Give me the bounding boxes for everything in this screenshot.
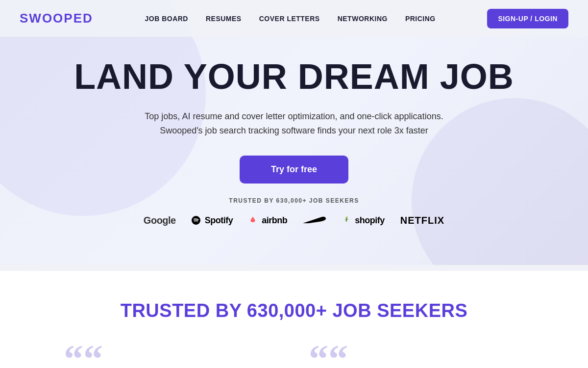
hero-subtitle: Top jobs, AI resume and cover letter opt… [145, 109, 443, 138]
signup-login-button[interactable]: SIGN-UP / LOGIN [487, 9, 568, 28]
quote-mark-2: ““ [309, 345, 524, 368]
hero-title: LAND YOUR DREAM JOB [74, 58, 514, 96]
navbar: SWOOPED JOB BOARD RESUMES COVER LETTERS … [0, 0, 588, 37]
nav-resumes[interactable]: RESUMES [206, 15, 242, 23]
brand-logo[interactable]: SWOOPED [20, 11, 93, 26]
quote-mark-1: ““ [64, 345, 279, 368]
section-divider [0, 265, 588, 271]
trusted-label: TRUSTED BY 630,000+ JOB SEEKERS [229, 197, 359, 204]
airbnb-logo: airbnb [248, 215, 287, 226]
trusted-section-heading: TRUSTED BY 630,000+ JOB SEEKERS [20, 300, 568, 321]
netflix-logo: NETFLIX [400, 215, 444, 226]
shopify-logo: shopify [342, 215, 385, 226]
testimonial-2: ““ "It is hugely helpful! Swooped is a t… [309, 345, 524, 368]
testimonials-row: ““ An amazing platform that provides AI-… [24, 345, 564, 368]
nav-networking[interactable]: NETWORKING [338, 15, 388, 23]
nav-cover-letters[interactable]: COVER LETTERS [259, 15, 320, 23]
nike-logo [303, 215, 326, 225]
nav-job-board[interactable]: JOB BOARD [145, 15, 188, 23]
nav-pricing[interactable]: PRICING [405, 15, 436, 23]
spotify-logo: Spotify [192, 215, 233, 226]
trusted-section: TRUSTED BY 630,000+ JOB SEEKERS ““ An am… [0, 271, 588, 368]
testimonial-1: ““ An amazing platform that provides AI-… [64, 345, 279, 368]
nav-links: JOB BOARD RESUMES COVER LETTERS NETWORKI… [145, 15, 435, 23]
brand-logos-row: Google Spotify airbnb shopify NETFLIX [144, 215, 444, 226]
hero-section: LAND YOUR DREAM JOB Top jobs, AI resume … [0, 0, 588, 265]
try-for-free-button[interactable]: Try for free [240, 156, 348, 184]
google-logo: Google [144, 215, 176, 226]
